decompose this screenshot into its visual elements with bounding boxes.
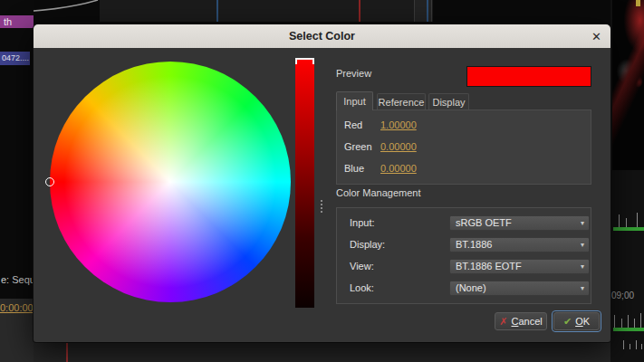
chevron-down-icon: ▾: [581, 281, 584, 295]
red-value-field[interactable]: 1.00000: [380, 119, 417, 130]
ok-button-label: OK: [575, 316, 590, 327]
ruler-tick: [628, 315, 629, 328]
blue-value-field[interactable]: 0.00000: [380, 163, 417, 174]
app-window: th 0472.... e: Seque 0:00:00;0 09;00 Sel…: [0, 0, 644, 362]
ruler-tick: [626, 218, 627, 227]
cancel-x-icon: ✗: [499, 317, 507, 327]
ok-button-focus-ring: ✔ OK: [552, 310, 601, 332]
color-wheel[interactable]: [50, 62, 291, 302]
background-bottom-panel: [34, 342, 610, 362]
color-wheel-cursor[interactable]: [45, 177, 54, 186]
ok-button[interactable]: ✔ OK: [553, 312, 600, 330]
cm-row-input: Input: sRGB OETF ▾: [337, 215, 591, 231]
ruler-timecode: 09;00: [611, 291, 634, 300]
value-slider-handle[interactable]: [295, 58, 314, 64]
view-dropdown-value: BT.1886 EOTF: [456, 261, 522, 272]
ruler-tick: [634, 319, 635, 328]
look-dropdown[interactable]: (None) ▾: [449, 281, 590, 296]
tab-input[interactable]: Input: [336, 91, 373, 110]
ruler-tick: [637, 213, 638, 227]
timecode-field[interactable]: 0:00:00;0: [0, 302, 34, 313]
close-icon[interactable]: ✕: [591, 24, 601, 48]
timeline-column: [414, 0, 432, 22]
display-label: Display:: [350, 239, 385, 250]
color-management-group: Input: sRGB OETF ▾ Display: BT.1886 ▾ Vi…: [336, 207, 591, 304]
background-timeline-strip: [100, 0, 433, 22]
input-dropdown-value: sRGB OETF: [456, 217, 512, 228]
video-preview: [612, 0, 644, 170]
channel-panel: Red 1.00000 Green 0.00000 Blue 0.00000: [336, 110, 591, 185]
display-dropdown-value: BT.1886: [456, 239, 492, 250]
cm-row-display: Display: BT.1886 ▾: [337, 237, 591, 252]
red-label: Red: [344, 119, 362, 130]
ok-check-icon: ✔: [563, 317, 572, 327]
preview-label: Preview: [336, 68, 371, 79]
look-dropdown-value: (None): [456, 282, 486, 293]
timeline-marker-red: [359, 0, 360, 22]
ruler-tick: [636, 340, 637, 349]
cm-row-look: Look: (None) ▾: [337, 281, 591, 296]
timeline-marker-blue: [427, 0, 428, 22]
ruler-tick: [630, 344, 630, 349]
green-value-field[interactable]: 0.00000: [380, 141, 417, 152]
look-label: Look:: [350, 282, 374, 293]
cm-row-view: View: BT.1886 EOTF ▾: [337, 259, 591, 274]
value-slider[interactable]: [295, 60, 314, 308]
chevron-down-icon: ▾: [581, 238, 584, 252]
select-color-dialog: Select Color ✕ Preview Input Reference D…: [34, 24, 610, 342]
cancel-button-label: Cancel: [511, 316, 542, 327]
splitter-handle[interactable]: [321, 200, 322, 214]
cancel-button[interactable]: ✗ Cancel: [495, 312, 547, 330]
ruler-tick: [614, 315, 615, 328]
ruler-tick: [621, 319, 622, 328]
ruler-tick: [619, 214, 620, 227]
chevron-down-icon: ▾: [581, 260, 584, 273]
view-label: View:: [350, 261, 374, 272]
display-dropdown[interactable]: BT.1886 ▾: [449, 237, 590, 252]
green-label: Green: [344, 141, 372, 152]
dialog-titlebar[interactable]: Select Color ✕: [34, 24, 610, 48]
video-highlight: [636, 0, 640, 6]
timeline-clip-blue[interactable]: 0472....: [0, 52, 30, 65]
timeline-marker-blue: [216, 0, 218, 22]
input-dropdown[interactable]: sRGB OETF ▾: [449, 215, 590, 231]
timeline-clip-purple[interactable]: th: [0, 15, 34, 28]
chevron-down-icon: ▾: [581, 216, 584, 230]
timeline-track-green[interactable]: [613, 227, 644, 231]
ruler-tick: [623, 340, 624, 349]
tab-reference[interactable]: Reference: [377, 93, 426, 110]
monitor-label: e: Seque: [1, 274, 34, 285]
timeline-track-green[interactable]: [613, 328, 644, 331]
color-management-label: Color Management: [336, 187, 421, 198]
tab-display[interactable]: Display: [428, 93, 469, 110]
background-left-panel: th 0472.... e: Seque 0:00:00;0: [0, 0, 34, 362]
blue-label: Blue: [344, 163, 364, 174]
input-label: Input:: [350, 217, 375, 228]
dialog-title: Select Color: [289, 30, 355, 43]
playhead-line[interactable]: [66, 342, 68, 362]
background-right-panel: 09;00: [610, 0, 644, 362]
ruler-tick: [641, 344, 642, 349]
view-dropdown[interactable]: BT.1886 EOTF ▾: [449, 259, 590, 274]
preview-swatch: [466, 66, 591, 87]
ruler-tick: [640, 313, 641, 328]
